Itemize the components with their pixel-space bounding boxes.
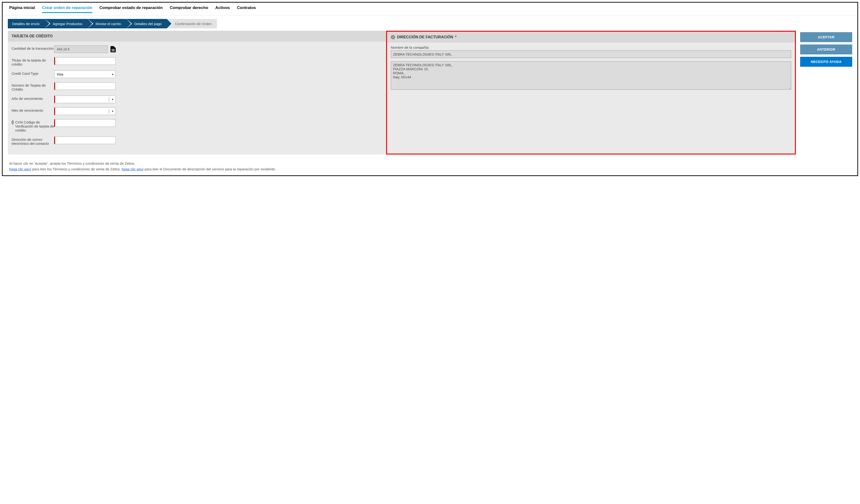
form-panels: TARJETA DE CRÉDITO Cantidad de la transa…: [8, 31, 796, 155]
card-number-input[interactable]: [54, 82, 116, 90]
cvn-input[interactable]: [54, 119, 116, 127]
accept-button[interactable]: ACEPTAR: [800, 32, 852, 42]
top-nav: Página inicial Crear orden de reparación…: [3, 3, 857, 16]
previous-button[interactable]: ANTERIOR: [800, 44, 852, 54]
cvn-label: i CVN Código de Verificación de tarjeta …: [12, 119, 54, 132]
step-add-products[interactable]: Agregar Productos: [45, 19, 88, 28]
card-type-select[interactable]: Visa: [54, 71, 116, 78]
footer-line1: Al hacer clic en 'Aceptar', acepta los T…: [9, 161, 851, 166]
exp-year-label: Año de vencimiento: [12, 96, 54, 101]
credit-card-header: TARJETA DE CRÉDITO: [8, 31, 386, 42]
nav-contracts[interactable]: Contratos: [237, 5, 256, 13]
nav-check-status[interactable]: Comprobar estado de reparación: [99, 5, 162, 13]
billing-address-textarea: [391, 61, 791, 90]
holder-label: Titular de la tarjeta de crédito: [12, 57, 54, 66]
amount-label: Cantidad de la transacción: [12, 45, 54, 51]
holder-input[interactable]: [54, 57, 116, 65]
side-actions: ACEPTAR ANTERIOR NECESITO AYUDA: [800, 31, 852, 67]
footer-mid2: para leer el Documento de descripción de…: [144, 167, 276, 171]
step-shipping[interactable]: Detalles de envío: [8, 19, 45, 28]
info-icon[interactable]: i: [12, 120, 14, 125]
step-confirmation: Confirmación de Orden: [167, 19, 217, 28]
required-asterisk: *: [455, 35, 456, 39]
email-label: Dirección de correo electrónico del cont…: [12, 136, 54, 145]
info-icon[interactable]: i: [391, 35, 395, 39]
document-icon[interactable]: [111, 46, 116, 52]
help-button[interactable]: NECESITO AYUDA: [800, 57, 852, 67]
terms-link[interactable]: haga clic aquí: [9, 167, 31, 171]
credit-card-header-label: TARJETA DE CRÉDITO: [12, 34, 53, 38]
step-review-cart[interactable]: Revise el carrito: [88, 19, 126, 28]
footer-mid1: para leer los Términos y condiciones de …: [31, 167, 121, 171]
credit-card-panel: TARJETA DE CRÉDITO Cantidad de la transa…: [8, 31, 386, 155]
app-frame: Página inicial Crear orden de reparación…: [2, 2, 858, 176]
content-area: TARJETA DE CRÉDITO Cantidad de la transa…: [8, 31, 852, 155]
cvn-label-text: CVN Código de Verificación de tarjeta de…: [15, 120, 54, 132]
exp-year-select[interactable]: [54, 96, 116, 103]
card-type-label: Credit Card Type: [12, 71, 54, 75]
nav-check-right[interactable]: Comprobar derecho: [170, 5, 208, 13]
nav-home[interactable]: Página inicial: [9, 5, 35, 13]
billing-header-label: DIRECCIÓN DE FACTURACIÓN: [397, 35, 453, 39]
amount-input: [54, 45, 108, 53]
nav-create-order[interactable]: Crear orden de reparación: [42, 5, 92, 13]
company-input: [391, 51, 791, 58]
wizard-steps: Detalles de envío Agregar Productos Revi…: [8, 19, 852, 28]
exp-month-select[interactable]: [54, 107, 116, 115]
nav-assets[interactable]: Activos: [215, 5, 230, 13]
email-input[interactable]: [54, 136, 116, 144]
billing-header: i DIRECCIÓN DE FACTURACIÓN *: [387, 32, 795, 43]
exp-month-label: Mes de vencimiento: [12, 107, 54, 112]
billing-panel-highlight: i DIRECCIÓN DE FACTURACIÓN * Nombre de l…: [386, 31, 796, 155]
company-label: Nombre de la compañía: [391, 45, 791, 49]
service-doc-link[interactable]: haga clic aquí: [121, 167, 144, 171]
terms-footer: Al hacer clic en 'Aceptar', acepta los T…: [9, 161, 851, 172]
card-number-label: Número de Tarjeta de Crédito: [12, 82, 54, 91]
step-payment[interactable]: Detalles del pago: [126, 19, 167, 28]
